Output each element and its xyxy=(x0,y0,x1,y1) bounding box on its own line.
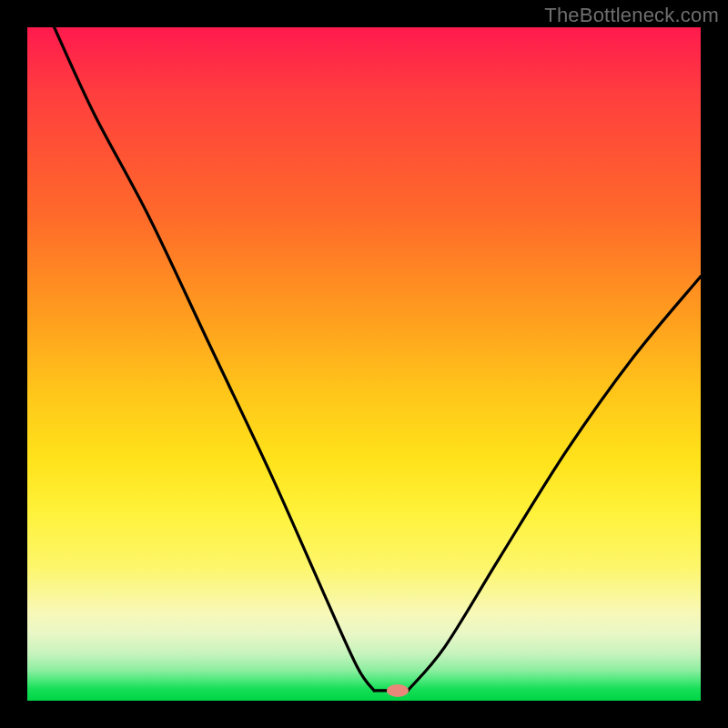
vertex-marker xyxy=(387,684,409,697)
bottleneck-curve-right xyxy=(408,277,701,691)
plot-area xyxy=(27,27,701,701)
bottleneck-curve-left xyxy=(55,27,375,691)
curve-svg xyxy=(27,27,701,701)
watermark-text: TheBottleneck.com xyxy=(544,4,719,27)
chart-frame: TheBottleneck.com xyxy=(0,0,728,728)
